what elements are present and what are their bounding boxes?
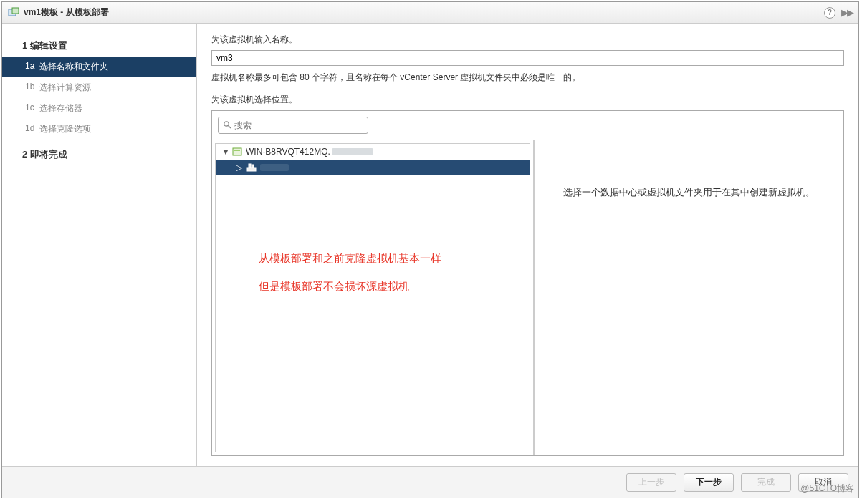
collapse-icon[interactable]: ▼ [221, 147, 230, 157]
search-field[interactable] [218, 117, 368, 134]
location-box: ▼ WIN-B8RVQT412MQ. ▷ [211, 110, 844, 456]
substep-1d-num: 1d [25, 123, 34, 133]
wizard-sidebar: 1 编辑设置 1a 选择名称和文件夹 1b 选择计算资源 1c 选择存储器 1d… [2, 24, 197, 466]
next-button[interactable]: 下一步 [684, 473, 734, 492]
finish-button: 完成 [741, 473, 791, 492]
tree-root-label: WIN-B8RVQT412MQ. [246, 147, 330, 157]
svg-rect-8 [252, 165, 254, 168]
svg-rect-6 [247, 168, 256, 171]
step-2-label: 即将完成 [30, 149, 67, 160]
expand-icon[interactable]: ▶▶ [841, 7, 853, 18]
tree-root[interactable]: ▼ WIN-B8RVQT412MQ. [216, 144, 530, 160]
step-1-label: 编辑设置 [30, 40, 67, 51]
svg-line-3 [229, 125, 231, 128]
name-hint: 虚拟机名称最多可包含 80 个字符，且名称在每个 vCenter Server … [211, 72, 844, 84]
step-2-header: 2 即将完成 [2, 142, 196, 165]
dialog-title: vm1模板 - 从模板部署 [24, 6, 824, 19]
svg-rect-7 [249, 164, 251, 168]
step-2-num: 2 [22, 149, 27, 160]
substep-1c-label: 选择存储器 [39, 103, 82, 113]
back-button: 上一步 [626, 473, 676, 492]
svg-point-2 [224, 121, 229, 125]
substep-1b-num: 1b [25, 82, 34, 92]
help-icon[interactable]: ? [824, 7, 835, 19]
svg-rect-5 [234, 150, 240, 151]
substep-1c-num: 1c [25, 102, 34, 112]
annotation-overlay: 从模板部署和之前克隆虚拟机基本一样 但是模板部署不会损坏源虚拟机 [259, 244, 441, 300]
search-row [212, 111, 843, 140]
svg-rect-1 [12, 8, 19, 14]
info-text: 选择一个数据中心或虚拟机文件夹用于在其中创建新虚拟机。 [563, 186, 815, 199]
substep-1b[interactable]: 1b 选择计算资源 [2, 77, 196, 98]
step-1-header: 1 编辑设置 [2, 34, 196, 57]
redacted-text [332, 148, 373, 155]
substep-1a-num: 1a [25, 61, 34, 71]
footer: 上一步 下一步 完成 取消 [2, 466, 858, 498]
search-icon [223, 120, 231, 131]
tree-child-selected[interactable]: ▷ [216, 160, 530, 175]
location-prompt: 为该虚拟机选择位置。 [211, 94, 844, 106]
substep-1c[interactable]: 1c 选择存储器 [2, 98, 196, 119]
substep-1b-label: 选择计算资源 [39, 82, 91, 92]
step-1-num: 1 [22, 40, 27, 51]
svg-rect-4 [233, 148, 241, 155]
name-prompt: 为该虚拟机输入名称。 [211, 34, 844, 46]
vm-template-icon [8, 7, 19, 19]
annotation-line-1: 从模板部署和之前克隆虚拟机基本一样 [259, 244, 441, 272]
expand-icon[interactable]: ▷ [236, 163, 244, 173]
search-input[interactable] [234, 120, 363, 130]
vcenter-icon [231, 146, 243, 158]
vm-name-input[interactable] [211, 50, 844, 66]
tree-child-label [260, 164, 289, 171]
inventory-tree[interactable]: ▼ WIN-B8RVQT412MQ. ▷ [215, 143, 530, 452]
substep-1d[interactable]: 1d 选择克隆选项 [2, 119, 196, 140]
main-panel: 为该虚拟机输入名称。 虚拟机名称最多可包含 80 个字符，且名称在每个 vCen… [197, 24, 858, 466]
body-area: 1 编辑设置 1a 选择名称和文件夹 1b 选择计算资源 1c 选择存储器 1d… [2, 24, 858, 466]
datacenter-icon [246, 162, 257, 173]
watermark: @51CTO博客 [800, 483, 854, 495]
substep-1a[interactable]: 1a 选择名称和文件夹 [2, 57, 196, 77]
titlebar: vm1模板 - 从模板部署 ? ▶▶ [2, 2, 858, 24]
wizard-dialog: vm1模板 - 从模板部署 ? ▶▶ 1 编辑设置 1a 选择名称和文件夹 1b… [1, 1, 859, 498]
substep-1a-label: 选择名称和文件夹 [39, 62, 108, 72]
substep-1d-label: 选择克隆选项 [39, 124, 91, 134]
info-pane: 选择一个数据中心或虚拟机文件夹用于在其中创建新虚拟机。 [533, 140, 843, 455]
annotation-line-2: 但是模板部署不会损坏源虚拟机 [259, 272, 441, 300]
location-split: ▼ WIN-B8RVQT412MQ. ▷ [212, 140, 843, 455]
